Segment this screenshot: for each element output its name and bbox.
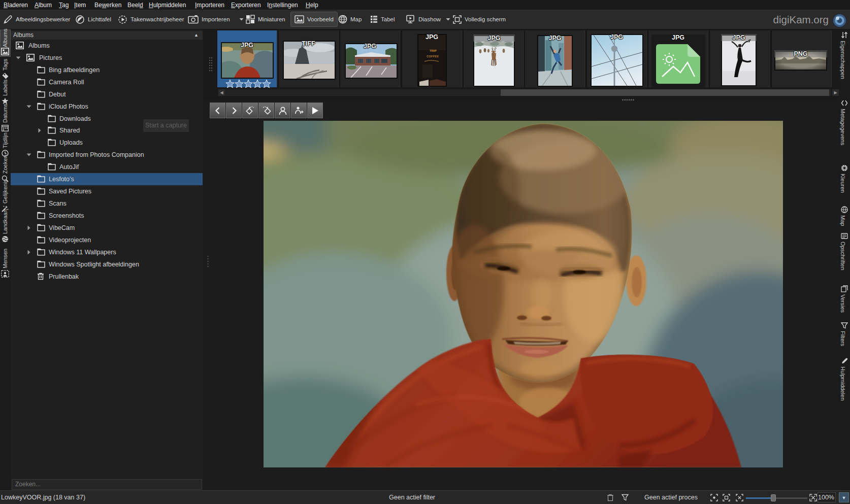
svg-text:COFFEE: COFFEE (427, 55, 439, 58)
svg-text:TRIP: TRIP (430, 49, 437, 52)
